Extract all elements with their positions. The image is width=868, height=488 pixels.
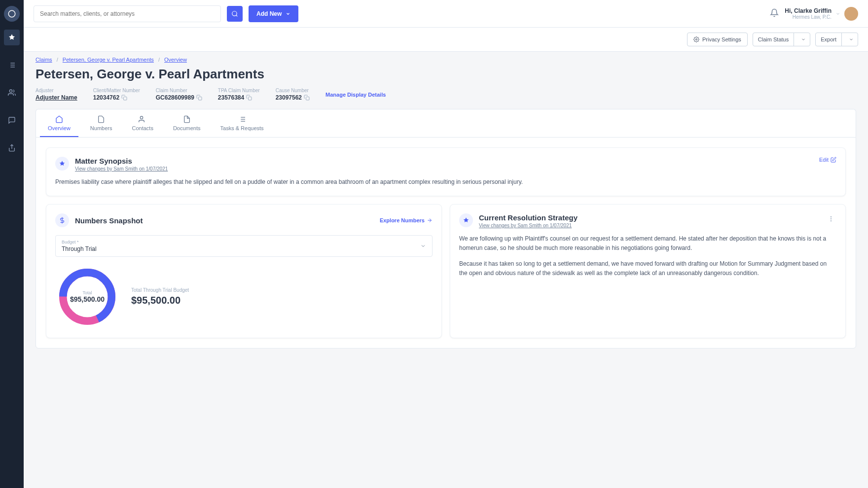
chevron-down-icon bbox=[420, 243, 426, 249]
file-icon bbox=[183, 115, 191, 123]
page-header: Petersen, George v. Pearl Apartments Adj… bbox=[24, 63, 868, 109]
breadcrumb: Claims / Petersen, George v. Pearl Apart… bbox=[24, 52, 868, 63]
synopsis-card: Matter Synopsis View changes by Sam Smit… bbox=[46, 147, 846, 196]
gear-icon bbox=[693, 36, 699, 42]
meta-value: 23576384 bbox=[218, 94, 244, 101]
svg-point-11 bbox=[695, 39, 697, 40]
export-label: Export bbox=[821, 36, 836, 42]
main-content: Add New Hi, Clarke Griffin Hermes Law, P… bbox=[24, 0, 868, 488]
tabs: Overview Numbers Contacts Documents Task… bbox=[36, 109, 856, 137]
add-new-button[interactable]: Add New bbox=[249, 5, 298, 22]
svg-rect-13 bbox=[198, 97, 202, 101]
notifications-button[interactable] bbox=[770, 8, 779, 19]
avatar bbox=[844, 7, 858, 21]
pin-icon bbox=[55, 157, 69, 171]
export-button[interactable]: Export bbox=[815, 33, 858, 46]
pin-icon bbox=[459, 213, 473, 227]
budget-donut-chart: Total $95,500.00 bbox=[55, 265, 119, 329]
svg-point-26 bbox=[831, 220, 832, 221]
resolution-changes-link[interactable]: View changes by Sam Smith on 1/07/2021 bbox=[479, 223, 578, 228]
user-greeting: Hi, Clarke Griffin bbox=[785, 7, 832, 14]
privacy-label: Privacy Settings bbox=[702, 36, 741, 42]
resolution-p1: We are following up with Plaintiff's cou… bbox=[459, 234, 836, 253]
arrow-right-icon bbox=[427, 217, 433, 223]
breadcrumb-leaf[interactable]: Overview bbox=[164, 57, 187, 63]
actionbar: Privacy Settings Claim Status Export bbox=[24, 28, 868, 52]
svg-rect-15 bbox=[306, 97, 310, 101]
sidebar-item-share[interactable] bbox=[4, 140, 20, 156]
svg-line-10 bbox=[236, 15, 238, 16]
resolution-p2: Because it has taken so long to get a se… bbox=[459, 259, 836, 278]
user-menu[interactable]: Hi, Clarke Griffin Hermes Law, P.C. bbox=[785, 7, 858, 21]
tab-label: Contacts bbox=[132, 125, 153, 131]
sidebar-item-list[interactable] bbox=[4, 57, 20, 73]
topbar: Add New Hi, Clarke Griffin Hermes Law, P… bbox=[24, 0, 868, 28]
resolution-card: Current Resolution Strategy View changes… bbox=[450, 204, 846, 338]
svg-point-16 bbox=[141, 116, 143, 119]
kebab-menu[interactable] bbox=[826, 213, 836, 226]
resolution-title: Current Resolution Strategy bbox=[479, 213, 578, 222]
meta-label: Cause Number bbox=[276, 88, 310, 93]
tab-overview[interactable]: Overview bbox=[40, 109, 78, 137]
copy-icon[interactable] bbox=[121, 95, 127, 101]
tab-content: Matter Synopsis View changes by Sam Smit… bbox=[36, 137, 856, 349]
breadcrumb-item[interactable]: Petersen, George v. Pearl Apartments bbox=[63, 57, 154, 63]
people-icon bbox=[139, 115, 146, 123]
chevron-down-icon bbox=[801, 37, 806, 42]
budget-value: Through Trial bbox=[62, 245, 97, 252]
dollar-icon bbox=[55, 213, 69, 227]
copy-icon[interactable] bbox=[246, 95, 252, 101]
tab-label: Overview bbox=[48, 125, 71, 131]
chevron-down-icon bbox=[286, 11, 290, 16]
tab-contacts[interactable]: Contacts bbox=[124, 109, 161, 137]
tab-tasks[interactable]: Tasks & Requests bbox=[213, 109, 272, 137]
edit-button[interactable]: Edit bbox=[819, 157, 836, 163]
synopsis-changes-link[interactable]: View changes by Sam Smith on 1/07/2021 bbox=[75, 166, 168, 172]
app-logo bbox=[4, 6, 20, 22]
privacy-settings-button[interactable]: Privacy Settings bbox=[687, 33, 748, 46]
sidebar bbox=[0, 0, 24, 488]
sidebar-item-claims[interactable] bbox=[4, 30, 20, 45]
search-input[interactable] bbox=[34, 5, 221, 22]
breadcrumb-root[interactable]: Claims bbox=[36, 57, 52, 63]
claim-status-button[interactable]: Claim Status bbox=[753, 33, 810, 46]
sidebar-item-people[interactable] bbox=[4, 85, 20, 101]
tab-label: Tasks & Requests bbox=[220, 125, 264, 131]
tab-documents[interactable]: Documents bbox=[165, 109, 209, 137]
budget-label: Budget * bbox=[62, 240, 97, 244]
list-icon bbox=[238, 115, 246, 123]
tab-label: Numbers bbox=[90, 125, 112, 131]
meta-value: 12034762 bbox=[93, 94, 119, 101]
edit-icon bbox=[831, 157, 836, 163]
total-value: $95,500.00 bbox=[131, 295, 189, 306]
total-label: Total Through Trial Budget bbox=[131, 287, 189, 293]
edit-label: Edit bbox=[819, 157, 829, 163]
add-new-label: Add New bbox=[256, 10, 282, 17]
explore-numbers-link[interactable]: Explore Numbers bbox=[380, 217, 433, 223]
meta-value: GC628609989 bbox=[156, 94, 194, 101]
manage-display-link[interactable]: Manage Display Details bbox=[326, 92, 386, 98]
adjuster-value[interactable]: Adjuster Name bbox=[36, 94, 77, 101]
budget-select[interactable]: Budget * Through Trial bbox=[55, 235, 433, 257]
search-button[interactable] bbox=[227, 6, 243, 22]
user-org: Hermes Law, P.C. bbox=[785, 14, 832, 20]
numbers-title: Numbers Snapshot bbox=[75, 216, 143, 225]
tab-numbers[interactable]: Numbers bbox=[82, 109, 120, 137]
copy-icon[interactable] bbox=[196, 95, 202, 101]
search-icon bbox=[231, 10, 238, 17]
synopsis-title: Matter Synopsis bbox=[75, 157, 168, 165]
svg-point-9 bbox=[232, 11, 237, 15]
donut-label: Total bbox=[82, 290, 92, 295]
svg-point-7 bbox=[9, 90, 12, 92]
sidebar-item-chat[interactable] bbox=[4, 112, 20, 128]
donut-value: $95,500.00 bbox=[70, 295, 105, 303]
meta-label: TPA Claim Number bbox=[218, 88, 260, 93]
svg-point-25 bbox=[831, 218, 832, 219]
synopsis-body: Premises liability case where plaintiff … bbox=[55, 177, 836, 187]
copy-icon[interactable] bbox=[304, 95, 310, 101]
tab-label: Documents bbox=[173, 125, 201, 131]
bell-icon bbox=[770, 8, 779, 17]
chevron-down-icon bbox=[849, 37, 854, 42]
claim-status-label: Claim Status bbox=[758, 36, 789, 42]
explore-label: Explore Numbers bbox=[380, 217, 425, 223]
